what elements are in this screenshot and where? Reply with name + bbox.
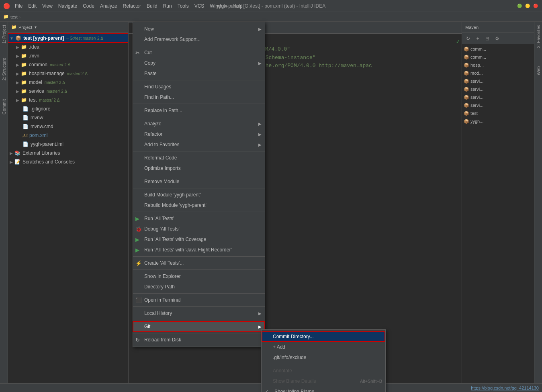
cm-label: Run 'All Tests' xyxy=(144,216,174,221)
cm-label: Annotate xyxy=(273,368,292,374)
cm-item-open-terminal[interactable]: ⬛ Open in Terminal xyxy=(133,295,265,305)
coverage-icon: ▶ xyxy=(135,237,139,243)
cm-label: Run 'All Tests' with 'Java Flight Record… xyxy=(144,247,232,253)
cm-label: Show in Explorer xyxy=(144,274,181,279)
cm-label: Reload from Disk xyxy=(144,337,181,343)
cm-separator xyxy=(133,333,265,333)
cm-separator xyxy=(133,306,265,307)
submenu-arrow: ▶ xyxy=(258,132,262,137)
cm-label: Rebuild Module 'yygh-parent' xyxy=(144,202,207,208)
cm-label: Add Framework Support... xyxy=(144,37,200,42)
cm-label: Local History xyxy=(144,310,172,316)
cm-separator xyxy=(133,117,265,117)
cm-label: Find Usages xyxy=(144,84,171,90)
submenu-arrow: ▶ xyxy=(258,122,262,126)
cm-item-cut[interactable]: ✂ Cut xyxy=(133,47,265,58)
cm-item-copy[interactable]: Copy ▶ xyxy=(133,58,265,68)
cm-item-run-tests[interactable]: ▶ Run 'All Tests' xyxy=(133,213,265,224)
submenu-arrow: ▶ xyxy=(258,61,262,65)
cm-item-new[interactable]: New ▶ xyxy=(133,24,265,34)
cm-separator xyxy=(133,80,265,80)
git-context-menu: Commit Directory... + Add .git/info/excl… xyxy=(261,329,386,392)
cm-item-directory-path[interactable]: Directory Path xyxy=(133,282,265,292)
cm-item-rebuild-module[interactable]: Rebuild Module 'yygh-parent' xyxy=(133,200,265,210)
cm-item-local-history[interactable]: Local History ▶ xyxy=(133,308,265,318)
cm-item-annotate[interactable]: Annotate xyxy=(262,365,385,376)
cm-item-gitinfo[interactable]: .git/info/exclude xyxy=(262,352,385,363)
submenu-arrow: ▶ xyxy=(258,27,262,31)
cm-label: .git/info/exclude xyxy=(273,355,306,360)
cm-item-reformat[interactable]: Reformat Code xyxy=(133,153,265,163)
cm-item-run-flight[interactable]: ▶ Run 'All Tests' with 'Java Flight Reco… xyxy=(133,245,265,255)
cm-item-run-coverage[interactable]: ▶ Run 'All Tests' with Coverage xyxy=(133,234,265,245)
cm-item-commit-dir[interactable]: Commit Directory... xyxy=(262,331,385,342)
cm-item-add-framework[interactable]: Add Framework Support... xyxy=(133,34,265,45)
cm-item-find-in-path[interactable]: Find in Path... xyxy=(133,92,265,102)
cut-icon: ✂ xyxy=(135,50,140,56)
cm-separator xyxy=(133,212,265,212)
cm-label: Create 'All Tests'... xyxy=(144,260,184,266)
submenu-arrow: ▶ xyxy=(258,325,262,329)
cm-separator xyxy=(133,175,265,175)
flight-icon: ▶ xyxy=(135,247,139,253)
cm-label: Reformat Code xyxy=(144,155,177,161)
cm-label: Debug 'All Tests' xyxy=(144,226,180,232)
cm-label: Show Inline Blame xyxy=(273,389,314,392)
cm-label: Optimize Imports xyxy=(144,165,181,171)
cm-label: Commit Directory... xyxy=(273,334,314,339)
cm-item-replace[interactable]: Replace in Path... xyxy=(133,105,265,116)
submenu-arrow: ▶ xyxy=(258,311,262,316)
terminal-icon: ⬛ xyxy=(135,297,142,303)
cm-label: Remove Module xyxy=(144,179,179,184)
cm-separator xyxy=(133,188,265,188)
cm-item-add[interactable]: + Add xyxy=(262,342,385,352)
cm-item-remove-module[interactable]: Remove Module xyxy=(133,176,265,187)
cm-separator xyxy=(133,46,265,46)
cm-label: Cut xyxy=(144,50,152,55)
cm-label: Refactor xyxy=(144,131,162,137)
run-icon: ▶ xyxy=(135,216,139,222)
cm-separator xyxy=(133,270,265,270)
cm-label: Paste xyxy=(144,71,157,76)
cm-label: Directory Path xyxy=(144,284,175,290)
cm-label: + Add xyxy=(273,344,285,350)
cm-separator xyxy=(262,364,385,364)
cm-item-refactor[interactable]: Refactor ▶ xyxy=(133,129,265,139)
cm-item-create-tests[interactable]: ⚡ Create 'All Tests'... xyxy=(133,258,265,268)
cm-label: Find in Path... xyxy=(144,94,174,100)
cm-label: Analyze xyxy=(144,121,162,127)
cm-label: Open in Terminal xyxy=(144,297,181,303)
cm-label: Add to Favorites xyxy=(144,142,179,147)
cm-label: Copy xyxy=(144,60,155,66)
cm-label: Run 'All Tests' with Coverage xyxy=(144,237,206,242)
cm-item-add-favorites[interactable]: Add to Favorites ▶ xyxy=(133,139,265,150)
cm-item-paste[interactable]: Paste xyxy=(133,68,265,79)
cm-separator xyxy=(133,151,265,151)
cm-item-git[interactable]: Git ▶ xyxy=(133,321,265,332)
cm-item-reload[interactable]: ↻ Reload from Disk xyxy=(133,335,265,345)
cm-label: Git xyxy=(144,324,150,329)
cm-label: New xyxy=(144,26,154,32)
context-menu-overlay: New ▶ Add Framework Support... ✂ Cut Cop… xyxy=(0,0,542,392)
debug-icon: 🐞 xyxy=(135,226,142,232)
cm-label: Build Module 'yygh-parent' xyxy=(144,192,201,198)
cm-separator xyxy=(133,293,265,294)
cm-item-inline-blame[interactable]: Show Inline Blame xyxy=(262,386,385,392)
submenu-arrow: ▶ xyxy=(258,143,262,147)
cm-separator xyxy=(133,320,265,320)
cm-item-optimize-imports[interactable]: Optimize Imports xyxy=(133,163,265,174)
cm-item-find-usages[interactable]: Find Usages xyxy=(133,82,265,92)
cm-item-analyze[interactable]: Analyze ▶ xyxy=(133,118,265,129)
shortcut: Alt+Shift+B xyxy=(360,379,382,384)
reload-icon: ↻ xyxy=(135,337,140,343)
cm-item-build-module[interactable]: Build Module 'yygh-parent' xyxy=(133,190,265,200)
cm-item-show-explorer[interactable]: Show in Explorer xyxy=(133,271,265,282)
cm-label: Show Blame Details xyxy=(273,378,316,384)
cm-item-debug-tests[interactable]: 🐞 Debug 'All Tests' xyxy=(133,224,265,234)
main-context-menu: New ▶ Add Framework Support... ✂ Cut Cop… xyxy=(133,22,265,347)
cm-label: Replace in Path... xyxy=(144,108,182,113)
cm-separator xyxy=(133,104,265,104)
cm-item-blame[interactable]: Show Blame Details Alt+Shift+B xyxy=(262,376,385,386)
create-icon: ⚡ xyxy=(135,260,142,266)
cm-separator xyxy=(133,256,265,257)
